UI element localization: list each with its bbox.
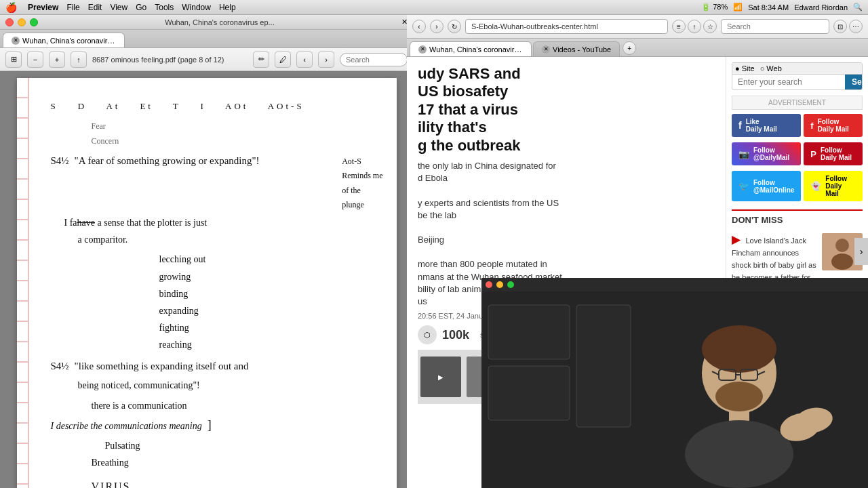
- web-radio[interactable]: ○ Web: [760, 64, 782, 73]
- pinterest-follow-button[interactable]: P Follow Daily Mail: [804, 142, 863, 165]
- menu-file[interactable]: File: [66, 3, 79, 12]
- menu-preview[interactable]: Preview: [28, 3, 58, 12]
- list-item-1: lecching out: [159, 251, 383, 268]
- menu-window[interactable]: Window: [182, 3, 211, 12]
- snapchat-follow-button[interactable]: 👻 Follow Daily Mail: [804, 171, 863, 201]
- browser-tab-0[interactable]: ✕ Wuhan, China's coronavirus ep...: [410, 41, 532, 56]
- search-menubar-icon[interactable]: 🔍: [853, 3, 863, 12]
- reader-button[interactable]: ≡: [672, 20, 686, 33]
- nav-prev[interactable]: ‹: [296, 52, 313, 68]
- share-icon[interactable]: ⬡: [418, 325, 437, 344]
- header-row: S D At Et T I AOt AOt-S: [51, 98, 383, 114]
- line2: I fahave a sense that the plotter is jus…: [64, 214, 383, 231]
- menu-edit[interactable]: Edit: [88, 3, 102, 12]
- more-button[interactable]: ⋯: [849, 20, 863, 33]
- video-thumb-1[interactable]: ▶: [420, 357, 461, 397]
- sidebar-toggle[interactable]: ⊞: [5, 52, 22, 68]
- menu-tools[interactable]: Tools: [155, 3, 174, 12]
- site-radio[interactable]: ● Site: [735, 64, 755, 73]
- line6: there is a communication: [92, 397, 383, 414]
- flip-label-follow: Follow: [818, 118, 849, 125]
- video-close-btn[interactable]: [486, 281, 492, 288]
- list-item-5: fighting: [159, 319, 383, 336]
- browser-tab-title-0: Wuhan, China's coronavirus ep...: [429, 45, 523, 54]
- browser-tab-close-1[interactable]: ✕: [542, 45, 550, 54]
- twitter-follow-button[interactable]: 🐦 Follow @MailOnline: [732, 171, 801, 201]
- pdf-toolbar: ⊞ − + ↑ 8687 ominous feeling.pdf (page 8…: [0, 48, 413, 71]
- pdf-content[interactable]: S D At Et T I AOt AOt-S Fear Concern S4½…: [0, 71, 413, 488]
- back-button[interactable]: ‹: [412, 20, 426, 33]
- sidebar-browser-button[interactable]: ⊡: [833, 20, 847, 33]
- bullet-0: ▶: [732, 234, 740, 245]
- pdf-window-title: Wuhan, China's coronavirus ep...: [42, 18, 397, 26]
- pdf-tab-active[interactable]: ✕ Wuhan, China's coronavirus ep...: [3, 33, 125, 47]
- line5-text: being noticed, communicating"!: [78, 380, 200, 390]
- line7-text: I describe the communications meaning: [51, 418, 202, 434]
- svg-rect-19: [576, 305, 631, 427]
- menu-help[interactable]: Help: [219, 3, 236, 12]
- zoom-out-button[interactable]: −: [27, 52, 43, 68]
- address-bar[interactable]: [465, 19, 668, 34]
- new-tab-button[interactable]: +: [623, 41, 636, 55]
- browser-search-bar[interactable]: [721, 19, 829, 34]
- facebook-like-button[interactable]: f Like Daily Mail: [732, 114, 801, 137]
- browser-search-input[interactable]: [727, 22, 823, 30]
- tab-title: Wuhan, China's coronavirus ep...: [22, 37, 116, 45]
- minimize-button[interactable]: [18, 18, 26, 26]
- line-prefix-1: S4½ "A fear of something growing or expa…: [51, 152, 383, 213]
- line3-text: a comparitor.: [78, 235, 128, 245]
- bookmark-button[interactable]: ☆: [703, 20, 717, 33]
- flip-icon: f: [810, 121, 813, 131]
- pulsating: Pulsating: [105, 437, 383, 454]
- next-arrow-button[interactable]: ›: [854, 238, 868, 265]
- svg-point-15: [685, 420, 793, 488]
- video-frame: [481, 291, 868, 488]
- ig-icon: 📷: [738, 149, 749, 159]
- zoom-in-button[interactable]: +: [49, 52, 65, 68]
- tab-close-icon[interactable]: ✕: [12, 37, 20, 45]
- video-max-btn[interactable]: [507, 281, 514, 288]
- line1-prefix: S4½: [51, 152, 69, 170]
- flipboard-follow-button[interactable]: f Follow Daily Mail: [804, 114, 863, 137]
- search-radio-row: ● Site ○ Web: [732, 63, 862, 75]
- pdf-titlebar: Wuhan, China's coronavirus ep... ✕: [0, 15, 413, 30]
- snap-label-follow: Follow: [825, 175, 856, 182]
- share-browser-button[interactable]: ↑: [688, 20, 701, 33]
- instagram-follow-button[interactable]: 📷 Follow @DailyMail: [732, 142, 801, 165]
- browser-tab-close-0[interactable]: ✕: [418, 45, 427, 54]
- menu-go[interactable]: Go: [136, 3, 146, 12]
- body-line-6: Beijing: [418, 235, 444, 245]
- browser-actions: ≡ ↑ ☆: [672, 20, 717, 33]
- maximize-button[interactable]: [30, 18, 38, 26]
- video-controls-top: [481, 278, 868, 291]
- search-submit-button[interactable]: Search: [845, 75, 863, 89]
- header-labels: S D At Et T I AOt AOt-S: [51, 98, 304, 114]
- browser-tab-1[interactable]: ✕ Videos - YouTube: [533, 41, 620, 56]
- annotate-button[interactable]: ✏: [253, 52, 269, 68]
- datetime: Sat 8:34 AM: [748, 3, 789, 12]
- refresh-button[interactable]: ↻: [448, 20, 461, 33]
- menu-view[interactable]: View: [110, 3, 127, 12]
- video-min-btn[interactable]: [496, 281, 503, 288]
- twitter-icon: 🐦: [738, 181, 749, 191]
- close-button[interactable]: [5, 18, 14, 26]
- svg-point-16: [715, 382, 763, 411]
- flip-label-name: Daily Mail: [818, 125, 849, 133]
- virus-header-text: VIRUS: [92, 481, 131, 488]
- share-button[interactable]: ↑: [71, 52, 87, 68]
- page-info: 8687 ominous feeling.pdf (page 8 of 12): [92, 56, 224, 64]
- line2-text: I fahave a sense that the plotter is jus…: [64, 218, 208, 228]
- fb-icon: f: [738, 120, 742, 131]
- body-line-4: be the lab: [418, 210, 456, 220]
- nav-next[interactable]: ›: [318, 52, 334, 68]
- line7: I describe the communications meaning ]: [51, 414, 383, 436]
- user-name: Edward Riordan: [794, 3, 848, 12]
- pdf-search-input[interactable]: [340, 53, 408, 66]
- apple-menu[interactable]: 🍎: [5, 2, 17, 13]
- breathing-text: Breathing: [92, 458, 129, 468]
- pen-tool[interactable]: 🖊: [275, 52, 291, 68]
- site-search-input[interactable]: [732, 75, 845, 89]
- headline-p1: udy SARS and: [418, 65, 521, 82]
- twitter-label-follow: Follow: [753, 179, 794, 186]
- forward-button[interactable]: ›: [430, 20, 443, 33]
